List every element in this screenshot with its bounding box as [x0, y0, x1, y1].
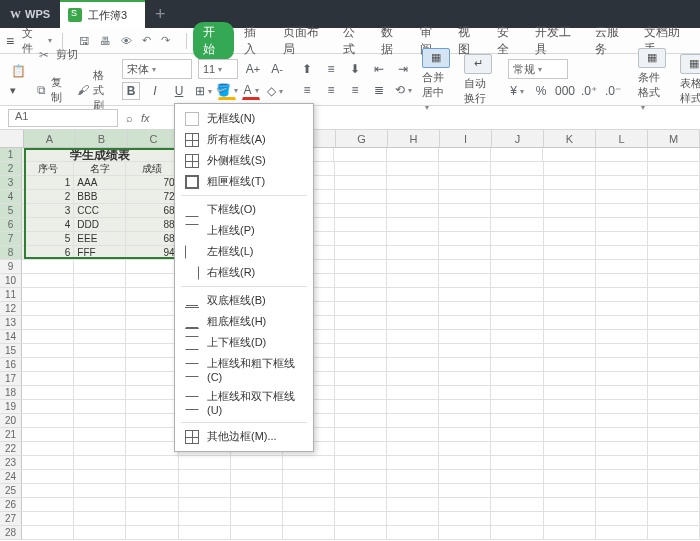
- row-header-6[interactable]: 6: [0, 218, 22, 232]
- cell-K16[interactable]: [544, 358, 596, 372]
- cell-A10[interactable]: [22, 274, 74, 288]
- workbook-tab[interactable]: 工作簿3: [60, 0, 145, 28]
- cell-B23[interactable]: [74, 456, 126, 470]
- cell-H28[interactable]: [387, 526, 439, 540]
- app-logo[interactable]: WWPS: [0, 8, 60, 20]
- cell-C2[interactable]: 成绩: [126, 162, 178, 176]
- cell-B6[interactable]: DDD: [74, 218, 126, 232]
- cell-J13[interactable]: [491, 316, 543, 330]
- cell-J15[interactable]: [491, 344, 543, 358]
- dec-inc-icon[interactable]: .0⁺: [580, 82, 598, 100]
- cell-G9[interactable]: [335, 260, 387, 274]
- cell-G6[interactable]: [335, 218, 387, 232]
- cell-C23[interactable]: [126, 456, 178, 470]
- cell-C21[interactable]: [126, 428, 178, 442]
- cell-C15[interactable]: [126, 344, 178, 358]
- cell-K22[interactable]: [544, 442, 596, 456]
- cell-H5[interactable]: [387, 204, 439, 218]
- font-color-button[interactable]: A: [242, 82, 260, 100]
- cell-K2[interactable]: [544, 162, 596, 176]
- format-painter-button[interactable]: 🖌格式刷: [75, 67, 110, 114]
- cell-K25[interactable]: [544, 484, 596, 498]
- cell-M25[interactable]: [648, 484, 700, 498]
- cell-A27[interactable]: [22, 512, 74, 526]
- indent-inc-icon[interactable]: ⇥: [394, 60, 412, 78]
- cell-C28[interactable]: [126, 526, 178, 540]
- cell-I20[interactable]: [439, 414, 491, 428]
- select-all-corner[interactable]: [0, 130, 24, 148]
- row-header-14[interactable]: 14: [0, 330, 22, 344]
- cell-C22[interactable]: [126, 442, 178, 456]
- paste-button[interactable]: 📋: [8, 62, 28, 80]
- cell-I15[interactable]: [439, 344, 491, 358]
- cell-F27[interactable]: [283, 512, 335, 526]
- cell-I19[interactable]: [439, 400, 491, 414]
- cell-I24[interactable]: [439, 470, 491, 484]
- cell-H23[interactable]: [387, 456, 439, 470]
- cell-J7[interactable]: [491, 232, 543, 246]
- cell-J23[interactable]: [491, 456, 543, 470]
- undo-icon[interactable]: ↶: [142, 34, 151, 47]
- cell-I23[interactable]: [439, 456, 491, 470]
- col-header-A[interactable]: A: [24, 130, 76, 148]
- justify-icon[interactable]: ≣: [370, 81, 388, 99]
- cell-H20[interactable]: [387, 414, 439, 428]
- fill-color-button[interactable]: 🪣: [218, 82, 236, 100]
- orientation-icon[interactable]: ⟲: [394, 81, 412, 99]
- cell-J18[interactable]: [491, 386, 543, 400]
- cell-M17[interactable]: [648, 372, 700, 386]
- cell-H21[interactable]: [387, 428, 439, 442]
- redo-icon[interactable]: ↷: [161, 34, 170, 47]
- ribbon-tab-9[interactable]: 云服务: [588, 22, 634, 60]
- align-bottom-icon[interactable]: ⬇: [346, 60, 364, 78]
- cell-B21[interactable]: [74, 428, 126, 442]
- cell-M10[interactable]: [648, 274, 700, 288]
- cell-C26[interactable]: [126, 498, 178, 512]
- cell-A28[interactable]: [22, 526, 74, 540]
- border-menu-item[interactable]: 上框线和双下框线(U): [175, 386, 313, 419]
- cell-I1[interactable]: [439, 148, 491, 162]
- cell-K15[interactable]: [544, 344, 596, 358]
- cell-A4[interactable]: 2: [22, 190, 74, 204]
- cell-B20[interactable]: [74, 414, 126, 428]
- cell-I21[interactable]: [439, 428, 491, 442]
- cell-M21[interactable]: [648, 428, 700, 442]
- cell-C25[interactable]: [126, 484, 178, 498]
- cell-H7[interactable]: [387, 232, 439, 246]
- cell-G16[interactable]: [335, 358, 387, 372]
- align-left-icon[interactable]: ≡: [298, 81, 316, 99]
- cell-M23[interactable]: [648, 456, 700, 470]
- cell-D24[interactable]: [179, 470, 231, 484]
- cell-A1[interactable]: 学生成绩表: [22, 148, 178, 162]
- cell-K21[interactable]: [544, 428, 596, 442]
- cell-G18[interactable]: [335, 386, 387, 400]
- cell-A17[interactable]: [22, 372, 74, 386]
- cell-A16[interactable]: [22, 358, 74, 372]
- cell-H11[interactable]: [387, 288, 439, 302]
- cell-J11[interactable]: [491, 288, 543, 302]
- row-header-8[interactable]: 8: [0, 246, 22, 260]
- number-format-select[interactable]: 常规: [508, 59, 568, 79]
- cell-C6[interactable]: 88: [126, 218, 178, 232]
- cell-B24[interactable]: [74, 470, 126, 484]
- cell-B12[interactable]: [74, 302, 126, 316]
- cell-G2[interactable]: [335, 162, 387, 176]
- cell-K11[interactable]: [544, 288, 596, 302]
- cell-J10[interactable]: [491, 274, 543, 288]
- cell-J28[interactable]: [491, 526, 543, 540]
- hamburger-icon[interactable]: ≡: [6, 33, 14, 49]
- border-menu-item[interactable]: 其他边框(M)...: [175, 426, 313, 447]
- ribbon-tab-1[interactable]: 插入: [237, 22, 272, 60]
- merge-center-button[interactable]: ▦合并居中: [418, 46, 454, 114]
- cell-I2[interactable]: [439, 162, 491, 176]
- cell-G14[interactable]: [335, 330, 387, 344]
- cell-M12[interactable]: [648, 302, 700, 316]
- cell-M6[interactable]: [648, 218, 700, 232]
- cell-H19[interactable]: [387, 400, 439, 414]
- paste-dropdown[interactable]: ▾: [8, 83, 18, 98]
- cell-C10[interactable]: [126, 274, 178, 288]
- cell-E25[interactable]: [231, 484, 283, 498]
- cell-G12[interactable]: [335, 302, 387, 316]
- cell-L18[interactable]: [596, 386, 648, 400]
- cell-M28[interactable]: [648, 526, 700, 540]
